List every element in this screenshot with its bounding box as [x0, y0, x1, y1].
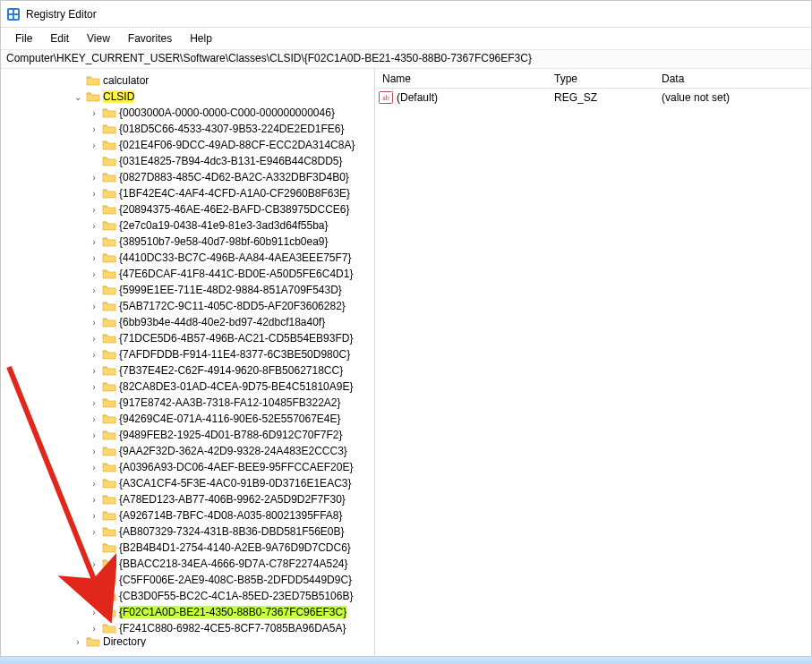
tree-node[interactable]: ›{A78ED123-AB77-406B-9962-2A5D9D2F7F30} — [1, 491, 374, 507]
tree-node[interactable]: ›{9AA2F32D-362A-42D9-9328-24A483E2CCC3} — [1, 443, 374, 459]
chevron-right-icon[interactable]: › — [89, 608, 99, 617]
menu-help[interactable]: Help — [181, 30, 221, 47]
chevron-right-icon[interactable]: › — [89, 575, 99, 585]
tree-node-label: {2e7c0a19-0438-41e9-81e3-3ad3d64f55ba} — [119, 219, 329, 232]
tree-node[interactable]: ›{7B37E4E2-C62F-4914-9620-8FB5062718CC} — [1, 362, 374, 379]
tree-pane[interactable]: ·calculator⌄CLSID›{0003000A-0000-0000-C0… — [1, 69, 375, 656]
tree-node[interactable]: ›{47E6DCAF-41F8-441C-BD0E-A50D5FE6C4D1} — [1, 266, 374, 282]
chevron-right-icon[interactable]: › — [89, 253, 99, 263]
tree-node[interactable]: ›{A3CA1CF4-5F3E-4AC0-91B9-0D3716E1EAC3} — [1, 475, 374, 491]
tree-node[interactable]: ›{0003000A-0000-0000-C000-000000000046} — [1, 105, 374, 121]
svg-rect-1 — [9, 10, 13, 13]
tree-node[interactable]: ›{917E8742-AA3B-7318-FA12-10485FB322A2} — [1, 395, 374, 411]
tree-node[interactable]: ›{1BF42E4C-4AF4-4CFD-A1A0-CF2960B8F63E} — [1, 185, 374, 201]
value-name: (Default) — [397, 91, 554, 104]
chevron-right-icon[interactable]: › — [89, 221, 99, 231]
folder-icon — [102, 123, 116, 135]
tree-node[interactable]: ›{A926714B-7BFC-4D08-A035-80021395FFA8} — [1, 507, 374, 524]
tree-node[interactable]: ›{71DCE5D6-4B57-496B-AC21-CD5B54EB93FD} — [1, 330, 374, 346]
tree-node[interactable]: ›{018D5C66-4533-4307-9B53-224DE2ED1FE6} — [1, 121, 374, 137]
tree-node-label: {7AFDFDDB-F914-11E4-8377-6C3BE50D980C} — [119, 348, 350, 361]
tree-node-label: {6bb93b4e-44d8-40e2-bd97-42dbcf18a40f} — [119, 316, 325, 328]
tree-node[interactable]: ›{5AB7172C-9C11-405C-8DD5-AF20F3606282} — [1, 298, 374, 314]
folder-icon — [86, 90, 100, 103]
address-bar[interactable]: Computer\HKEY_CURRENT_USER\Software\Clas… — [1, 49, 811, 69]
column-header-type[interactable]: Type — [554, 72, 662, 85]
chevron-right-icon[interactable]: › — [89, 479, 99, 489]
chevron-right-icon[interactable]: › — [89, 511, 99, 521]
chevron-right-icon[interactable]: › — [89, 237, 99, 247]
tree-node[interactable]: ·calculator — [1, 72, 374, 89]
value-data: (value not set) — [662, 91, 811, 104]
tree-node-label: {A926714B-7BFC-4D08-A035-80021395FFA8} — [119, 509, 343, 522]
chevron-right-icon[interactable]: › — [89, 559, 99, 569]
tree-node[interactable]: ›{CB3D0F55-BC2C-4C1A-85ED-23ED75B5106B} — [1, 588, 374, 604]
chevron-right-icon[interactable]: › — [89, 108, 99, 118]
tree-node-label: {AB807329-7324-431B-8B36-DBD581F56E0B} — [119, 525, 345, 538]
tree-node[interactable]: ›{9489FEB2-1925-4D01-B788-6D912C70F7F2} — [1, 427, 374, 443]
tree-node-label: CLSID — [103, 90, 134, 103]
chevron-right-icon[interactable]: › — [89, 140, 99, 150]
tree-node[interactable]: ›{4410DC33-BC7C-496B-AA84-4AEA3EEE75F7} — [1, 250, 374, 266]
chevron-right-icon[interactable]: › — [89, 269, 99, 279]
tree-node[interactable]: ›{021E4F06-9DCC-49AD-88CF-ECC2DA314C8A} — [1, 137, 374, 153]
folder-icon — [102, 493, 116, 506]
chevron-right-icon[interactable]: › — [89, 334, 99, 344]
menu-file[interactable]: File — [6, 30, 41, 47]
tree-node[interactable]: ›{BBACC218-34EA-4666-9D7A-C78F2274A524} — [1, 556, 374, 572]
chevron-right-icon[interactable]: › — [89, 430, 99, 440]
menu-edit[interactable]: Edit — [41, 30, 78, 47]
chevron-right-icon[interactable]: › — [89, 447, 99, 456]
tree-node[interactable]: ⌄CLSID — [1, 89, 374, 105]
chevron-right-icon[interactable]: › — [89, 463, 99, 472]
chevron-right-icon[interactable]: › — [89, 382, 99, 392]
value-row[interactable]: ab (Default) REG_SZ (value not set) — [375, 89, 811, 106]
chevron-right-icon[interactable]: › — [89, 527, 99, 537]
tree-node[interactable]: ›{F02C1A0D-BE21-4350-88B0-7367FC96EF3C} — [1, 604, 374, 620]
chevron-right-icon[interactable]: › — [89, 366, 99, 376]
chevron-right-icon[interactable]: › — [89, 414, 99, 424]
chevron-right-icon[interactable]: › — [89, 302, 99, 311]
tree-node[interactable]: ›{C5FF006E-2AE9-408C-B85B-2DFDD5449D9C} — [1, 572, 374, 588]
tree-node[interactable]: ›{F241C880-6982-4CE5-8CF7-7085BA96DA5A} — [1, 620, 374, 636]
chevron-right-icon[interactable]: › — [89, 173, 99, 183]
chevron-right-icon[interactable]: › — [89, 285, 99, 295]
chevron-right-icon[interactable]: › — [89, 592, 99, 601]
chevron-right-icon[interactable]: › — [89, 350, 99, 360]
menu-view[interactable]: View — [78, 30, 119, 47]
chevron-right-icon[interactable]: › — [89, 124, 99, 134]
tree-node-label: Directory — [103, 636, 146, 647]
folder-icon — [102, 284, 116, 296]
tree-node[interactable]: ›{2e7c0a19-0438-41e9-81e3-3ad3d64f55ba} — [1, 217, 374, 234]
folder-icon — [102, 396, 116, 409]
chevron-right-icon[interactable]: › — [89, 205, 99, 215]
chevron-right-icon[interactable]: › — [89, 189, 99, 199]
chevron-right-icon[interactable]: › — [73, 637, 83, 647]
chevron-right-icon[interactable]: › — [89, 495, 99, 505]
chevron-right-icon[interactable]: › — [89, 624, 99, 634]
tree-node[interactable]: ›{94269C4E-071A-4116-90E6-52E557067E4E} — [1, 411, 374, 427]
chevron-right-icon[interactable]: › — [89, 398, 99, 408]
column-header-name[interactable]: Name — [375, 72, 554, 85]
tree-node[interactable]: ›{20894375-46AE-46E2-BAFD-CB38975DCCE6} — [1, 201, 374, 217]
values-header: Name Type Data — [375, 69, 811, 89]
tree-node-label: {82CA8DE3-01AD-4CEA-9D75-BE4C51810A9E} — [119, 380, 354, 393]
tree-node[interactable]: ›{0827D883-485C-4D62-BA2C-A332DBF3D4B0} — [1, 169, 374, 185]
tree-node[interactable]: ›Directory — [1, 636, 374, 647]
tree-node[interactable]: ·{031E4825-7B94-4dc3-B131-E946B44C8DD5} — [1, 153, 374, 169]
svg-rect-3 — [9, 15, 13, 19]
menu-favorites[interactable]: Favorites — [119, 30, 181, 47]
column-header-data[interactable]: Data — [662, 72, 811, 85]
tree-node[interactable]: ›{5999E1EE-711E-48D2-9884-851A709F543D} — [1, 282, 374, 298]
tree-node[interactable]: ›{7AFDFDDB-F914-11E4-8377-6C3BE50D980C} — [1, 346, 374, 362]
svg-rect-4 — [14, 15, 18, 19]
chevron-down-icon[interactable]: ⌄ — [73, 92, 83, 102]
tree-node[interactable]: ›{389510b7-9e58-40d7-98bf-60b911cb0ea9} — [1, 234, 374, 250]
tree-node[interactable]: ›{AB807329-7324-431B-8B36-DBD581F56E0B} — [1, 524, 374, 540]
chevron-right-icon[interactable]: › — [89, 318, 99, 328]
tree-node[interactable]: ›{6bb93b4e-44d8-40e2-bd97-42dbcf18a40f} — [1, 314, 374, 330]
tree-node[interactable]: ›{A0396A93-DC06-4AEF-BEE9-95FFCCAEF20E} — [1, 459, 374, 475]
values-pane: Name Type Data ab (Default) REG_SZ (valu… — [375, 69, 811, 656]
tree-node[interactable]: ›{82CA8DE3-01AD-4CEA-9D75-BE4C51810A9E} — [1, 379, 374, 395]
tree-node[interactable]: ·{B2B4B4D1-2754-4140-A2EB-9A76D9D7CDC6} — [1, 540, 374, 556]
